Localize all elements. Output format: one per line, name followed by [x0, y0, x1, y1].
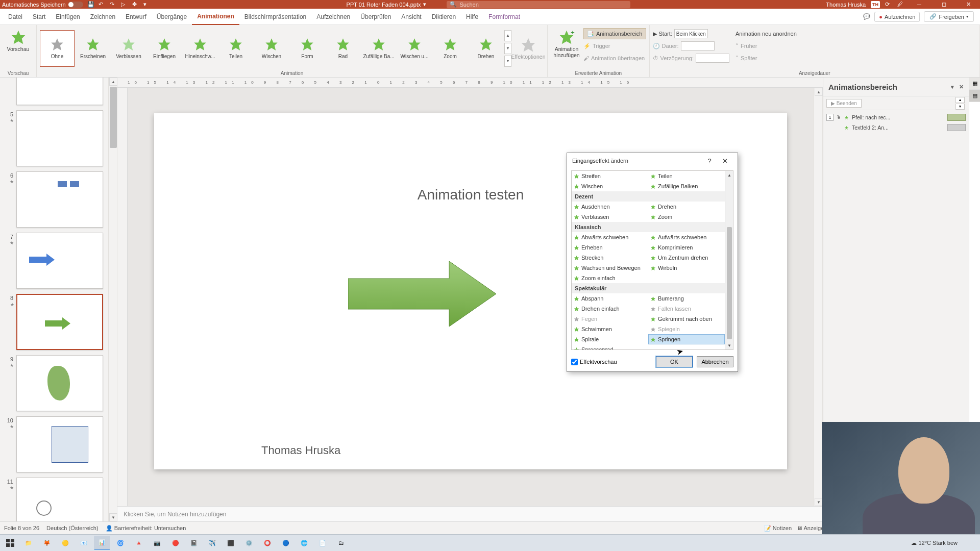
thumb-5[interactable]: 5★: [4, 110, 104, 166]
gallery-scroll[interactable]: ▲▼▾: [504, 30, 511, 67]
thumb-10[interactable]: 10★: [4, 416, 104, 472]
tab-animations[interactable]: Animationen: [192, 9, 239, 25]
language-indicator[interactable]: Deutsch (Österreich): [46, 525, 98, 531]
task-chrome[interactable]: 🟡: [57, 536, 74, 550]
effect-gekruemmt[interactable]: Gekrümmt nach oben: [648, 314, 725, 324]
tab-record[interactable]: Aufzeichnen: [311, 9, 355, 25]
ok-button[interactable]: OK: [656, 356, 693, 367]
effect-zufaellige-balken[interactable]: Zufällige Balken: [648, 181, 725, 191]
anim-flyin[interactable]: Einfliegen: [147, 30, 182, 67]
task-app6[interactable]: 🔵: [278, 536, 294, 550]
effect-abspann[interactable]: Abspann: [572, 293, 648, 304]
accessibility-check[interactable]: 👤 Barrierefreiheit: Untersuchen: [106, 525, 186, 532]
effect-springen[interactable]: Springen: [648, 334, 725, 344]
effect-aufwaerts-schweben[interactable]: Aufwärts schweben: [648, 232, 725, 242]
effect-spiegeln[interactable]: Spiegeln: [648, 324, 725, 334]
move-earlier-button[interactable]: ˄ Früher: [736, 40, 797, 52]
preview-checkbox-input[interactable]: [571, 359, 578, 365]
start-button[interactable]: [2, 536, 18, 550]
anim-fade[interactable]: Verblassen: [111, 30, 146, 67]
task-outlook[interactable]: 📧: [76, 536, 92, 550]
effect-fallen-lassen[interactable]: Fallen lassen: [648, 304, 725, 314]
minimize-button[interactable]: ─: [910, 0, 929, 9]
anim-wipe[interactable]: Wischen: [254, 30, 289, 67]
effect-zoom-einfach[interactable]: Zoom einfach: [572, 273, 648, 283]
effect-bumerang[interactable]: Bumerang: [648, 293, 725, 304]
dialog-close-button[interactable]: ✕: [717, 157, 732, 165]
task-app5[interactable]: ⭕: [259, 536, 276, 550]
task-app1[interactable]: 🌀: [112, 536, 129, 550]
task-edge[interactable]: 🌐: [296, 536, 312, 550]
tab-view[interactable]: Ansicht: [396, 9, 426, 25]
touch-mode-icon[interactable]: ✥: [132, 1, 139, 8]
record-button[interactable]: ● Aufzeichnen: [874, 12, 920, 22]
dialog-help-button[interactable]: ?: [702, 157, 717, 165]
weather-widget[interactable]: ☁ 12°C Stark bew: [911, 540, 958, 546]
task-onenote[interactable]: 📓: [186, 536, 202, 550]
undo-icon[interactable]: ↶: [99, 1, 106, 8]
tab-design[interactable]: Entwurf: [120, 9, 152, 25]
effect-schwimmen[interactable]: Schwimmen: [572, 324, 648, 334]
anim-zoom[interactable]: Zoom: [433, 30, 468, 67]
cancel-button[interactable]: Abbrechen: [697, 356, 733, 367]
pane-tab-1[interactable]: ▦: [969, 78, 980, 90]
qat-more-icon[interactable]: ▾: [143, 1, 151, 8]
effect-ausdehnen[interactable]: Ausdehnen: [572, 202, 648, 212]
thumb-8[interactable]: 8★: [4, 294, 104, 350]
effect-listbox[interactable]: StreifenTeilen WischenZufällige Balken D…: [571, 170, 733, 350]
timeline-bar[interactable]: [947, 114, 966, 121]
tab-insert[interactable]: Einfügen: [51, 9, 85, 25]
toggle-pill[interactable]: [68, 2, 83, 8]
effect-strecken[interactable]: Strecken: [572, 253, 648, 263]
anim-none[interactable]: Ohne: [40, 30, 75, 67]
anim-split[interactable]: Teilen: [218, 30, 253, 67]
effect-spirale[interactable]: Spirale: [572, 334, 648, 344]
task-telegram[interactable]: ✈️: [204, 536, 220, 550]
tab-shape-format[interactable]: Formformat: [483, 9, 525, 25]
start-dropdown[interactable]: Beim Klicken: [674, 29, 708, 38]
task-app8[interactable]: 🗂: [333, 536, 349, 550]
anim-floatin[interactable]: Hineinschw...: [183, 30, 217, 67]
anim-pane-toggle[interactable]: 📑 Animationsbereich: [583, 28, 646, 39]
reorder-controls[interactable]: ▲▼: [955, 97, 966, 110]
thumb-9[interactable]: 9★: [4, 355, 104, 411]
thumb-scrollbar[interactable]: ▲▼: [108, 78, 117, 521]
pane-tab-2[interactable]: ▤: [969, 90, 980, 102]
timeline-bar[interactable]: [947, 124, 966, 131]
dialog-scrollbar[interactable]: ▲▼: [725, 171, 733, 349]
task-app7[interactable]: 📄: [314, 536, 331, 550]
effect-verblassen[interactable]: Verblassen: [572, 212, 648, 222]
thumbnail-pane[interactable]: 5★ 6★ 7★ 8★ 9★ 10★ 11★: [0, 78, 108, 521]
tab-start[interactable]: Start: [28, 9, 51, 25]
effect-erheben[interactable]: Erheben: [572, 242, 648, 253]
move-later-button[interactable]: ˅ Später: [736, 53, 797, 64]
chevron-down-icon[interactable]: ▾: [951, 84, 954, 90]
effect-options-button[interactable]: Effektoptionen: [512, 35, 544, 62]
add-animation-button[interactable]: + Animation hinzufügen: [551, 27, 582, 60]
effect-wirbeln[interactable]: Wirbeln: [648, 263, 725, 273]
tab-slideshow[interactable]: Bildschirmpräsentation: [239, 9, 311, 25]
effect-abwaerts-schweben[interactable]: Abwärts schweben: [572, 232, 648, 242]
save-icon[interactable]: 💾: [87, 1, 94, 8]
history-icon[interactable]: ⟳: [885, 1, 892, 8]
anim-wheel[interactable]: Rad: [326, 30, 360, 67]
draw-tab-icon[interactable]: 🖊: [897, 1, 904, 8]
slide-footer[interactable]: Thomas Hruska: [261, 444, 340, 457]
from-beginning-icon[interactable]: ▷: [121, 1, 128, 8]
effect-teilen[interactable]: Teilen: [648, 171, 725, 181]
pane-close-icon[interactable]: ✕: [959, 84, 964, 90]
effect-um-zentrum-drehen[interactable]: Um Zentrum drehen: [648, 253, 725, 263]
filename[interactable]: PPT 01 Roter Faden 004.pptx ▾: [347, 1, 426, 8]
anim-random-bars[interactable]: Zufällige Ba...: [361, 30, 396, 67]
share-button[interactable]: 🔗 Freigeben ▾: [924, 11, 974, 22]
preview-checkbox[interactable]: Effektvorschau: [571, 359, 652, 365]
search-box[interactable]: 🔍 Suchen: [447, 1, 630, 8]
effect-wachsen-bewegen[interactable]: Wachsen und Bewegen: [572, 263, 648, 273]
anim-spin[interactable]: Drehen: [469, 30, 503, 67]
close-button[interactable]: ✕: [959, 0, 978, 9]
duration-spinner[interactable]: [681, 41, 715, 51]
pane-play-button[interactable]: ▶ Beenden: [826, 99, 862, 108]
anim-entry[interactable]: 1 🖱 ★ Pfeil: nach rec...: [823, 112, 969, 122]
tab-draw[interactable]: Zeichnen: [85, 9, 120, 25]
anim-grow-turn[interactable]: Wischen u...: [397, 30, 432, 67]
